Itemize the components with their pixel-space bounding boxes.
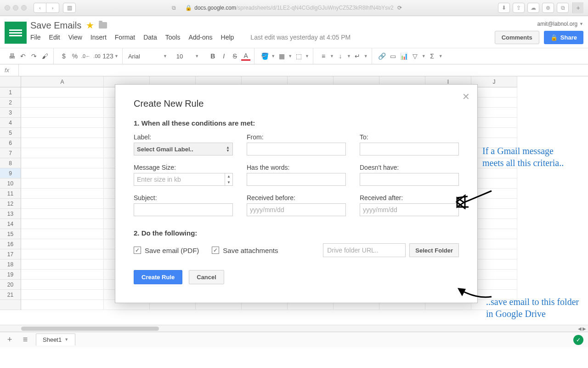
bold-icon[interactable]: B [208, 52, 217, 61]
create-rule-button[interactable]: Create Rule [134, 270, 182, 284]
address-bar[interactable]: ⧉ 🔒 docs.google.com/spreadsheets/d/1LE2-… [76, 5, 498, 11]
row-header[interactable]: 12 [0, 199, 21, 209]
chart-icon[interactable]: 📊 [400, 52, 409, 61]
folder-icon[interactable] [99, 22, 107, 29]
halign-icon[interactable]: ≡ [319, 52, 328, 61]
valign-icon[interactable]: ↓ [336, 52, 345, 61]
forward-button[interactable]: › [46, 3, 59, 13]
fill-icon[interactable]: 🪣 [260, 52, 269, 61]
dec-less-icon[interactable]: .0← [81, 52, 90, 61]
undo-icon[interactable]: ↶ [18, 52, 28, 61]
menu-tools[interactable]: Tools [165, 34, 181, 41]
col-header[interactable]: J [471, 76, 517, 87]
menu-view[interactable]: View [68, 34, 82, 41]
browser-chrome: ‹ › ▥ ⧉ 🔒 docs.google.com/spreadsheets/d… [0, 0, 588, 16]
save-pdf-checkbox[interactable]: ✓Save email (PDF) [134, 247, 199, 254]
row-header[interactable]: 18 [0, 259, 21, 270]
size-stepper[interactable]: ▲▼ [225, 173, 233, 186]
back-button[interactable]: ‹ [34, 3, 46, 13]
menu-help[interactable]: Help [221, 34, 234, 41]
tabs-icon[interactable]: ⧉ [557, 3, 569, 13]
textcolor-icon[interactable]: A [241, 52, 250, 61]
strike-icon[interactable]: S [230, 52, 239, 61]
received-after-input[interactable] [360, 203, 459, 216]
redo-icon[interactable]: ↷ [29, 52, 39, 61]
col-header[interactable]: A [21, 76, 104, 87]
print-icon[interactable]: 🖶 [7, 52, 17, 61]
row-header[interactable]: 20 [0, 280, 21, 290]
has-words-input[interactable] [247, 173, 346, 186]
merge-icon[interactable]: ⬚ [294, 52, 303, 61]
menu-addons[interactable]: Add-ons [188, 34, 212, 41]
cancel-button[interactable]: Cancel [189, 270, 224, 284]
gmail-label-select[interactable]: Select Gmail Label..▲▼ [134, 143, 233, 155]
formula-bar[interactable]: fx [0, 64, 588, 76]
reload-icon[interactable]: ⟳ [397, 5, 402, 11]
menu-insert[interactable]: Insert [90, 34, 107, 41]
newtab-icon[interactable]: ⊕ [542, 3, 554, 13]
sheet-tab-1[interactable]: Sheet1▼ [36, 334, 75, 345]
share-icon[interactable]: ⇪ [513, 3, 525, 13]
row-header[interactable]: 3 [0, 108, 21, 118]
row-header[interactable]: 11 [0, 189, 21, 199]
paint-icon[interactable]: 🖌 [40, 52, 50, 61]
font-select[interactable]: Arial [128, 53, 160, 60]
row-header[interactable]: 9 [0, 168, 21, 178]
account-label[interactable]: amit@labnol.org▼ [537, 21, 583, 27]
row-header[interactable]: 15 [0, 229, 21, 239]
borders-icon[interactable]: ▦ [277, 52, 286, 61]
star-icon[interactable]: ★ [86, 20, 94, 31]
comment-icon[interactable]: ▭ [389, 52, 398, 61]
functions-icon[interactable]: Σ [428, 52, 437, 61]
link-icon[interactable]: 🔗 [378, 52, 387, 61]
to-input[interactable] [360, 143, 459, 155]
message-size-input[interactable] [134, 173, 225, 186]
drive-folder-input[interactable] [323, 243, 406, 257]
row-header[interactable]: 7 [0, 148, 21, 158]
format-123[interactable]: 123 [103, 52, 113, 61]
save-attachments-checkbox[interactable]: ✓Save attachments [212, 247, 278, 254]
row-header[interactable] [0, 300, 21, 310]
wrap-icon[interactable]: ↵ [353, 52, 362, 61]
download-icon[interactable]: ⬇ [498, 3, 510, 13]
row-header[interactable]: 5 [0, 128, 21, 138]
row-header[interactable]: 8 [0, 158, 21, 168]
dec-more-icon[interactable]: .00 [92, 52, 102, 61]
from-input[interactable] [247, 143, 346, 155]
currency-icon[interactable]: $ [59, 52, 68, 61]
row-header[interactable]: 17 [0, 249, 21, 259]
select-folder-button[interactable]: Select Folder [409, 243, 459, 257]
cloud-icon[interactable]: ☁ [527, 3, 539, 13]
row-header[interactable]: 10 [0, 178, 21, 189]
all-sheets-button[interactable]: ≡ [20, 335, 30, 345]
menu-format[interactable]: Format [115, 34, 135, 41]
sidebar-toggle[interactable]: ▥ [63, 3, 76, 13]
select-all-corner[interactable] [0, 76, 21, 87]
filter-icon[interactable]: ▽ [411, 52, 420, 61]
row-header[interactable]: 4 [0, 118, 21, 128]
doc-title[interactable]: Save Emails [30, 20, 81, 31]
menu-file[interactable]: File [30, 34, 41, 41]
font-size[interactable]: 10 [176, 53, 183, 60]
row-header[interactable]: 6 [0, 138, 21, 148]
horizontal-scrollbar[interactable]: ◀▶ [0, 325, 588, 332]
row-header[interactable]: 13 [0, 209, 21, 219]
row-header[interactable]: 16 [0, 239, 21, 249]
share-button[interactable]: 🔒Share [544, 31, 583, 44]
row-header[interactable]: 1 [0, 87, 21, 98]
doesnt-have-input[interactable] [360, 173, 459, 186]
percent-icon[interactable]: % [70, 52, 79, 61]
subject-input[interactable] [134, 203, 233, 216]
comments-button[interactable]: Comments [495, 31, 539, 44]
received-before-input[interactable] [247, 203, 346, 216]
row-header[interactable]: 2 [0, 98, 21, 108]
add-sheet-button[interactable]: + [5, 335, 15, 345]
italic-icon[interactable]: I [219, 52, 228, 61]
menu-edit[interactable]: Edit [49, 34, 60, 41]
menu-data[interactable]: Data [143, 34, 157, 41]
row-header[interactable]: 14 [0, 219, 21, 229]
close-icon[interactable]: ✕ [462, 91, 470, 102]
new-tab-button[interactable]: + [572, 2, 583, 13]
row-header[interactable]: 19 [0, 270, 21, 280]
row-header[interactable]: 21 [0, 290, 21, 300]
